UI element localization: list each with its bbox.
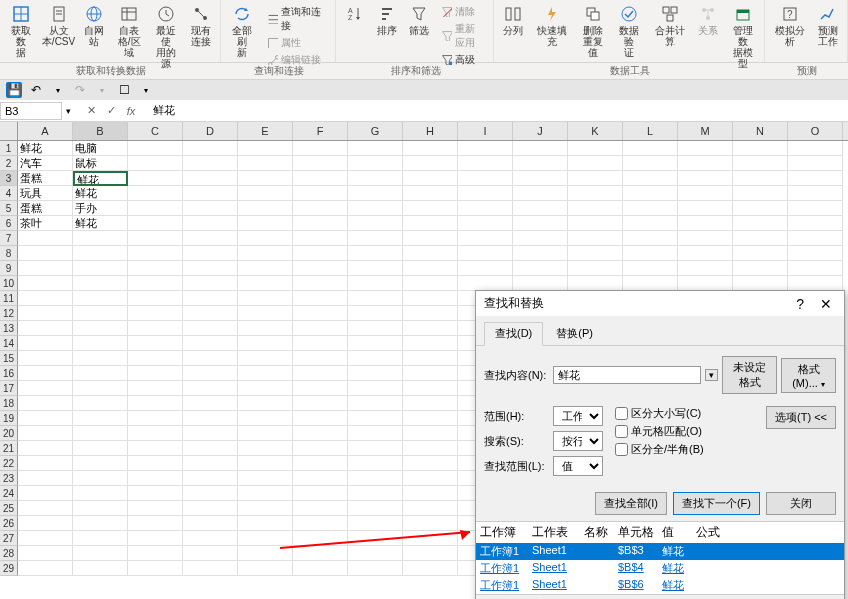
cell-B14[interactable] <box>73 336 128 351</box>
cell-C21[interactable] <box>128 441 183 456</box>
cell-C2[interactable] <box>128 156 183 171</box>
cell-F29[interactable] <box>293 561 348 576</box>
cell-G20[interactable] <box>348 426 403 441</box>
cell-F2[interactable] <box>293 156 348 171</box>
cell-C10[interactable] <box>128 276 183 291</box>
cell-F23[interactable] <box>293 471 348 486</box>
cell-G1[interactable] <box>348 141 403 156</box>
cell-C11[interactable] <box>128 291 183 306</box>
row-header-26[interactable]: 26 <box>0 516 18 531</box>
cell-F28[interactable] <box>293 546 348 561</box>
cell-D16[interactable] <box>183 366 238 381</box>
cell-E1[interactable] <box>238 141 293 156</box>
cell-E23[interactable] <box>238 471 293 486</box>
row-header-18[interactable]: 18 <box>0 396 18 411</box>
result-row[interactable]: 工作簿1Sheet1$B$6鲜花 <box>476 577 844 594</box>
cell-C24[interactable] <box>128 486 183 501</box>
cell-C17[interactable] <box>128 381 183 396</box>
cell-C26[interactable] <box>128 516 183 531</box>
undo-dropdown-icon[interactable]: ▾ <box>50 82 66 98</box>
cell-M8[interactable] <box>678 246 733 261</box>
cell-A5[interactable]: 蛋糕 <box>18 201 73 216</box>
row-header-27[interactable]: 27 <box>0 531 18 546</box>
cell-F1[interactable] <box>293 141 348 156</box>
cell-D14[interactable] <box>183 336 238 351</box>
match-case-checkbox[interactable]: 区分大小写(C) <box>615 406 704 421</box>
row-header-5[interactable]: 5 <box>0 201 18 216</box>
cell-L8[interactable] <box>623 246 678 261</box>
cell-B18[interactable] <box>73 396 128 411</box>
cell-D15[interactable] <box>183 351 238 366</box>
cell-A3[interactable]: 蛋糕 <box>18 171 73 186</box>
whatif-button[interactable]: ?模拟分析 <box>769 2 811 49</box>
cell-F24[interactable] <box>293 486 348 501</box>
cell-A4[interactable]: 玩具 <box>18 186 73 201</box>
cell-M1[interactable] <box>678 141 733 156</box>
cell-H26[interactable] <box>403 516 458 531</box>
from-csv-button[interactable]: 从文本/CSV <box>40 2 77 71</box>
row-header-1[interactable]: 1 <box>0 141 18 156</box>
cell-O2[interactable] <box>788 156 843 171</box>
cell-G10[interactable] <box>348 276 403 291</box>
cell-N6[interactable] <box>733 216 788 231</box>
cell-G15[interactable] <box>348 351 403 366</box>
cell-F4[interactable] <box>293 186 348 201</box>
cell-G16[interactable] <box>348 366 403 381</box>
cell-O10[interactable] <box>788 276 843 291</box>
cell-G14[interactable] <box>348 336 403 351</box>
cell-E18[interactable] <box>238 396 293 411</box>
cell-I4[interactable] <box>458 186 513 201</box>
cell-M2[interactable] <box>678 156 733 171</box>
cell-B20[interactable] <box>73 426 128 441</box>
cell-K2[interactable] <box>568 156 623 171</box>
cell-B5[interactable]: 手办 <box>73 201 128 216</box>
cell-B27[interactable] <box>73 531 128 546</box>
cell-E28[interactable] <box>238 546 293 561</box>
cell-I10[interactable] <box>458 276 513 291</box>
from-web-button[interactable]: 自网站 <box>79 2 109 71</box>
cell-B6[interactable]: 鲜花 <box>73 216 128 231</box>
from-table-button[interactable]: 自表格/区域 <box>111 2 147 71</box>
cell-E8[interactable] <box>238 246 293 261</box>
cell-H10[interactable] <box>403 276 458 291</box>
cell-B9[interactable] <box>73 261 128 276</box>
row-header-9[interactable]: 9 <box>0 261 18 276</box>
cell-E29[interactable] <box>238 561 293 576</box>
cell-H13[interactable] <box>403 321 458 336</box>
sort-button[interactable]: 排序 <box>372 2 402 70</box>
cell-F13[interactable] <box>293 321 348 336</box>
row-header-16[interactable]: 16 <box>0 366 18 381</box>
cell-G28[interactable] <box>348 546 403 561</box>
cell-O5[interactable] <box>788 201 843 216</box>
cell-C7[interactable] <box>128 231 183 246</box>
cell-C12[interactable] <box>128 306 183 321</box>
cell-F8[interactable] <box>293 246 348 261</box>
cell-C27[interactable] <box>128 531 183 546</box>
cell-L7[interactable] <box>623 231 678 246</box>
cell-E7[interactable] <box>238 231 293 246</box>
result-row[interactable]: 工作簿1Sheet1$B$4鲜花 <box>476 560 844 577</box>
cell-A26[interactable] <box>18 516 73 531</box>
cell-A23[interactable] <box>18 471 73 486</box>
cell-E16[interactable] <box>238 366 293 381</box>
cell-H6[interactable] <box>403 216 458 231</box>
col-header-K[interactable]: K <box>568 122 623 140</box>
cell-I7[interactable] <box>458 231 513 246</box>
cell-B1[interactable]: 电脑 <box>73 141 128 156</box>
cell-L6[interactable] <box>623 216 678 231</box>
redo-dropdown-icon[interactable]: ▾ <box>94 82 110 98</box>
cell-G23[interactable] <box>348 471 403 486</box>
cell-A2[interactable]: 汽车 <box>18 156 73 171</box>
cell-D3[interactable] <box>183 171 238 186</box>
cell-J4[interactable] <box>513 186 568 201</box>
close-icon[interactable]: ✕ <box>816 296 836 312</box>
row-header-15[interactable]: 15 <box>0 351 18 366</box>
cell-G4[interactable] <box>348 186 403 201</box>
cell-F22[interactable] <box>293 456 348 471</box>
options-button[interactable]: 选项(T) << <box>766 406 836 429</box>
cell-C15[interactable] <box>128 351 183 366</box>
row-header-17[interactable]: 17 <box>0 381 18 396</box>
cell-J2[interactable] <box>513 156 568 171</box>
cell-O8[interactable] <box>788 246 843 261</box>
cell-A13[interactable] <box>18 321 73 336</box>
